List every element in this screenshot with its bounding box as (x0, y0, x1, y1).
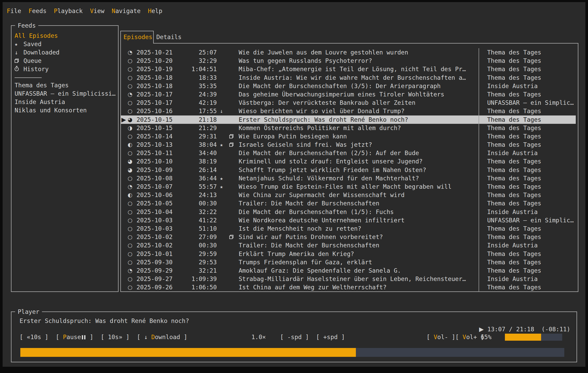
speed-up-button[interactable]: [ +spd ] (316, 333, 345, 341)
episode-date: 2025-10-06 (137, 191, 174, 199)
episode-row[interactable]: ○2025-10-0341:22Wie Nordkorea deutsche U… (121, 216, 576, 224)
episode-row[interactable]: ○2025-09-261:06:50Ist China auf dem Weg … (121, 283, 576, 291)
episode-queue-slot (226, 166, 237, 174)
episode-title: Kommen Österreichs Politiker mit allem d… (237, 124, 478, 132)
episode-date: 2025-10-16 (137, 107, 174, 115)
progress-bar[interactable] (20, 348, 564, 357)
episode-date: 2025-10-09 (137, 166, 174, 174)
tab-details[interactable]: Details (156, 33, 182, 41)
feed-item[interactable]: Inside Austria (15, 98, 116, 106)
sidebar-item-saved[interactable]: ★Saved (15, 40, 118, 48)
episode-row[interactable]: ○2025-10-1835:35Die Macht der Burschensc… (121, 82, 576, 90)
volume-down-button[interactable]: [ Vol- ] (426, 333, 455, 341)
episode-row[interactable]: ○2025-10-1134:40Die Macht der Burschensc… (121, 149, 576, 157)
episode-date: 2025-09-30 (137, 258, 174, 266)
episode-flag-icon (217, 65, 226, 73)
episode-queue-slot (226, 224, 237, 233)
feed-item[interactable]: Thema des Tages (15, 81, 116, 89)
episode-row[interactable]: ◔2025-10-1724:39Das geheime Überwachungs… (121, 90, 576, 99)
episode-row[interactable]: ○2025-10-0836:44★Netanjahus Schuld: Völk… (121, 174, 576, 182)
episode-title: Die Macht der Burschenschaften (2/5): Au… (237, 149, 478, 157)
episode-row[interactable]: ◐2025-10-0624:13Wie China zur Supermacht… (121, 191, 576, 199)
play-progress-icon: ◔ (128, 90, 137, 99)
episode-row[interactable]: ◔2025-10-2125:07Wie die Juwelen aus dem … (121, 48, 576, 57)
menu-item-help[interactable]: Help (148, 8, 162, 14)
episode-queue-slot (226, 174, 237, 182)
episode-duration: 21:29 (174, 124, 217, 132)
episode-row[interactable]: ○2025-10-0432:22Die Macht der Burschensc… (121, 208, 576, 216)
episode-row[interactable]: ◔2025-10-0755:57★Wieso Trump die Epstein… (121, 182, 576, 191)
episode-row[interactable]: ○2025-10-191:04:51Miba-Chef: „Atomenergi… (121, 65, 576, 73)
feed-item[interactable]: Niklas und Konsorten (15, 106, 116, 114)
episode-row[interactable]: ○2025-09-271:09:39Strabag-Milliardär Has… (121, 275, 576, 283)
episode-flag-icon (217, 166, 226, 174)
sidebar-item-downloaded[interactable]: ↓Downloaded (15, 48, 118, 57)
episode-feed: Thema des Tages (478, 233, 576, 241)
feed-item[interactable]: UNFASSBAR – ein Simplicissi… (15, 89, 116, 98)
episode-feed: Thema des Tages (478, 191, 576, 199)
episode-row[interactable]: ○2025-10-1818:33Inside Austria: Wie wir … (121, 74, 576, 82)
episode-row[interactable]: ○2025-10-0351:10Ist die Menschheit noch … (121, 224, 576, 233)
episode-queue-slot (226, 90, 237, 99)
sidebar-item-all-episodes[interactable]: All Episodes (15, 32, 118, 40)
episode-row[interactable]: ◐2025-10-1338:04★Israels Geiseln sind fr… (121, 140, 576, 149)
episode-row[interactable]: ○2025-10-1429:31Wie Europa Putin besiege… (121, 132, 576, 140)
play-progress-icon: ○ (128, 241, 137, 249)
episode-title: Amoklauf Graz: Die Spendenfalle der Sane… (237, 266, 478, 275)
menu-item-view[interactable]: View (90, 8, 104, 14)
menu-item-feeds[interactable]: Feeds (28, 8, 46, 14)
episode-row[interactable]: ◑2025-10-1521:29Kommen Österreichs Polit… (121, 124, 576, 132)
episode-flag-icon (217, 48, 226, 57)
episode-row[interactable]: ○2025-10-0200:30Trailer: Die Macht der B… (121, 241, 576, 249)
episode-queue-slot (226, 115, 237, 124)
volume-bar[interactable] (505, 334, 562, 341)
episode-row[interactable]: ○2025-10-0129:59Erklärt Trump Amerika de… (121, 250, 576, 258)
speed-down-button[interactable]: [ -spd ] (280, 333, 309, 341)
episode-row[interactable]: ○2025-09-3029:53Trumps Friedensplan für … (121, 258, 576, 266)
download-button[interactable]: [ ↓ Download ] (137, 333, 187, 341)
selected-row-marker (121, 132, 128, 140)
episode-row[interactable]: ○2025-10-1617:55↓Wieso berichten wir so … (121, 107, 576, 115)
menu-item-playback[interactable]: Playback (54, 8, 83, 14)
episode-title: Wie Europa Putin besiegen kann (237, 132, 478, 140)
episode-queue-slot (226, 216, 237, 224)
episode-row[interactable]: ◔2025-09-2932:21Amoklauf Graz: Die Spend… (121, 266, 576, 275)
episode-row[interactable]: ○2025-10-0500:30Trailer: Die Macht der B… (121, 199, 576, 207)
episode-date: 2025-10-19 (137, 65, 174, 73)
episode-row[interactable]: ◕2025-10-1038:19Kriminell und stolz drau… (121, 157, 576, 166)
episode-duration: 38:04 (174, 140, 217, 149)
episode-row[interactable]: ▶◕2025-10-1521:18Erster Schuldspruch: Wa… (121, 115, 576, 124)
episode-date: 2025-10-02 (137, 233, 174, 241)
play-progress-icon: ◕ (128, 115, 137, 124)
pause-button[interactable]: [ Pause ] (56, 333, 94, 341)
episode-title: Wieso berichten wir so viel über Donald … (237, 107, 478, 115)
history-icon (15, 67, 19, 71)
episode-flag-icon (217, 115, 226, 124)
skip-forward-button[interactable]: [ 10s» ] (101, 333, 129, 341)
episode-row[interactable]: ○2025-10-1742:19Västberga: Der verrückte… (121, 99, 576, 107)
episode-row[interactable]: ○2025-10-2032:29Was tun gegen Russlands … (121, 57, 576, 65)
skip-back-button[interactable]: [ «10s ] (20, 333, 48, 341)
sidebar-item-history[interactable]: History (15, 65, 118, 73)
volume-up-button[interactable]: [ Vol+ ] (455, 333, 484, 341)
player-panel: Player Erster Schuldspruch: Was droht Re… (11, 311, 577, 362)
episode-duration: 21:18 (174, 115, 217, 124)
episode-row[interactable]: ○2025-10-0227:09Sind wir auf Putins Droh… (121, 233, 576, 241)
history-icon (15, 67, 23, 71)
play-progress-icon: ○ (128, 74, 137, 82)
episode-title: Ist China auf dem Weg zur Weltherrschaft… (237, 283, 478, 291)
episode-title: Sind wir auf Putins Drohnen vorbereitet? (237, 233, 478, 241)
tab-episodes[interactable]: Episodes (120, 31, 154, 44)
menu-item-file[interactable]: File (7, 8, 21, 14)
episode-title: Strabag-Milliardär Haselsteiner über sei… (237, 275, 478, 283)
episode-flag-icon (217, 224, 226, 233)
menu-item-navigate[interactable]: Navigate (112, 8, 141, 14)
selected-row-marker (121, 258, 128, 266)
episode-feed: UNFASSBAR – ein Simplic… (478, 99, 576, 107)
episode-date: 2025-10-15 (137, 124, 174, 132)
episode-queue-slot (226, 124, 237, 132)
episode-title: Erklärt Trump Amerika den Krieg? (237, 250, 478, 258)
episode-row[interactable]: ◕2025-10-0926:14Schafft Trump jetzt wirk… (121, 166, 576, 174)
episode-duration: 41:22 (174, 216, 217, 224)
sidebar-item-queue[interactable]: Queue (15, 57, 118, 65)
